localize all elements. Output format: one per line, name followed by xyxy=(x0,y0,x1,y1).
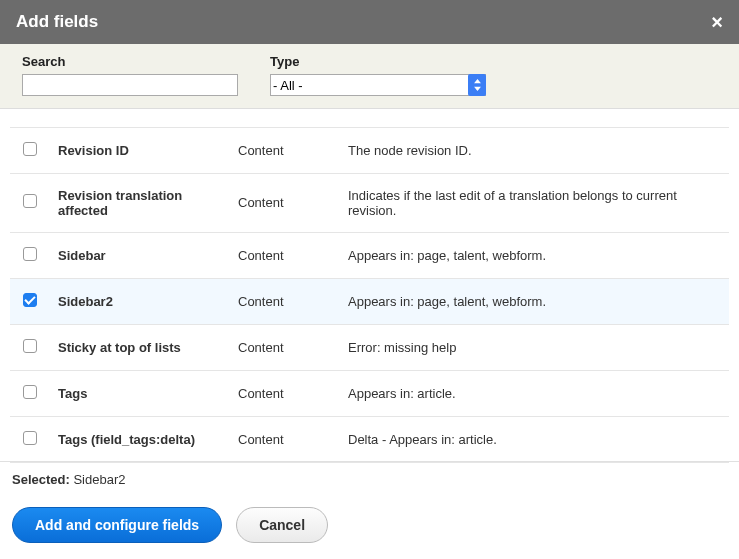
modal-header: Add fields × xyxy=(0,0,739,44)
close-icon[interactable]: × xyxy=(711,12,723,32)
modal-footer: Selected: Sidebar2 Add and configure fie… xyxy=(0,461,739,559)
selected-summary: Selected: Sidebar2 xyxy=(0,462,739,497)
selected-label: Selected: xyxy=(12,472,70,487)
button-bar: Add and configure fields Cancel xyxy=(0,497,739,559)
field-description: Appears in: page, talent, webform. xyxy=(340,232,729,278)
field-name: Sidebar2 xyxy=(50,278,230,324)
search-label: Search xyxy=(22,54,238,69)
row-checkbox[interactable] xyxy=(23,194,37,208)
field-description: Indicates if the last edit of a translat… xyxy=(340,173,729,232)
type-filter: Type - All - xyxy=(270,54,486,96)
table-row[interactable]: SidebarContentAppears in: page, talent, … xyxy=(10,232,729,278)
field-category: Content xyxy=(230,127,340,173)
field-name: Sticky at top of lists xyxy=(50,324,230,370)
field-description: Appears in: article. xyxy=(340,370,729,416)
add-configure-button[interactable]: Add and configure fields xyxy=(12,507,222,543)
row-checkbox[interactable] xyxy=(23,431,37,445)
field-category: Content xyxy=(230,173,340,232)
field-description: Error: missing help xyxy=(340,324,729,370)
table-row[interactable]: Sticky at top of listsContentError: miss… xyxy=(10,324,729,370)
field-description: Appears in: page, talent, webform. xyxy=(340,278,729,324)
type-select[interactable]: - All - xyxy=(270,74,486,96)
field-name: Sidebar xyxy=(50,232,230,278)
field-name: Tags xyxy=(50,370,230,416)
filter-bar: Search Type - All - xyxy=(0,44,739,109)
field-name: Revision ID xyxy=(50,127,230,173)
row-checkbox[interactable] xyxy=(23,293,37,307)
modal-title: Add fields xyxy=(16,12,98,32)
table-row[interactable]: Tags (field_tags:delta)ContentDelta - Ap… xyxy=(10,416,729,462)
table-row[interactable]: Sidebar2ContentAppears in: page, talent,… xyxy=(10,278,729,324)
field-category: Content xyxy=(230,416,340,462)
table-row[interactable]: TagsContentAppears in: article. xyxy=(10,370,729,416)
row-checkbox[interactable] xyxy=(23,385,37,399)
field-name: Revision translation affected xyxy=(50,173,230,232)
cancel-button[interactable]: Cancel xyxy=(236,507,328,543)
search-input[interactable] xyxy=(22,74,238,96)
search-filter: Search xyxy=(22,54,238,96)
table-row[interactable]: Revision IDContentThe node revision ID. xyxy=(10,127,729,173)
field-category: Content xyxy=(230,370,340,416)
field-category: Content xyxy=(230,232,340,278)
row-checkbox[interactable] xyxy=(23,142,37,156)
type-label: Type xyxy=(270,54,486,69)
field-category: Content xyxy=(230,324,340,370)
fields-table[interactable]: Revision IDContentThe node revision ID.R… xyxy=(0,109,739,464)
field-name: Tags (field_tags:delta) xyxy=(50,416,230,462)
field-description: The node revision ID. xyxy=(340,127,729,173)
field-description: Delta - Appears in: article. xyxy=(340,416,729,462)
row-checkbox[interactable] xyxy=(23,339,37,353)
field-category: Content xyxy=(230,278,340,324)
table-row[interactable]: Revision translation affectedContentIndi… xyxy=(10,173,729,232)
row-checkbox[interactable] xyxy=(23,247,37,261)
selected-value: Sidebar2 xyxy=(73,472,125,487)
